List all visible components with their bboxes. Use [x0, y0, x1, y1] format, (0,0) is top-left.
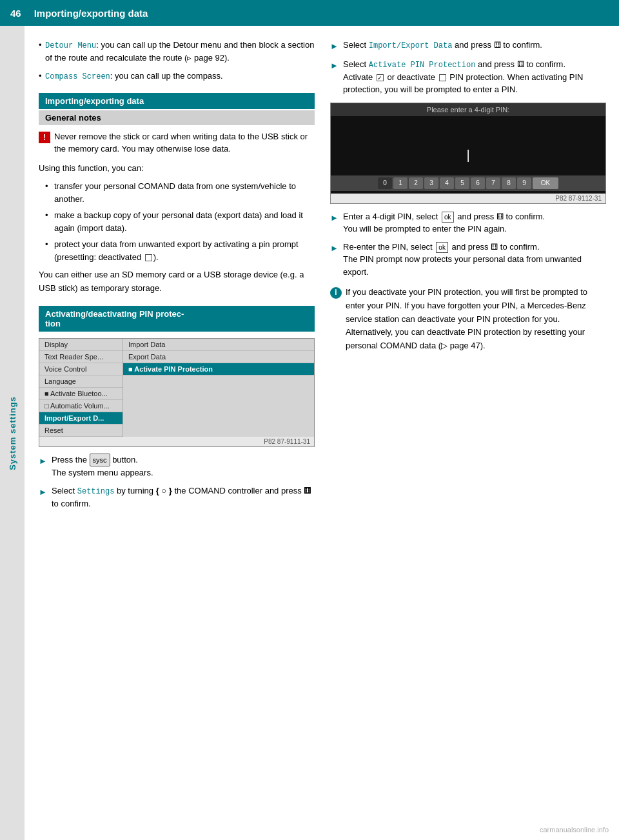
sub-bullet-transfer: transfer your personal COMAND data from … [45, 180, 315, 205]
compass-screen-label: Compass Screen [45, 72, 110, 81]
pin-screenshot-header: Please enter a 4-digit PIN: [331, 103, 605, 116]
step-select-import-export: ► Select Import/Export Data and press ⚅ … [330, 39, 606, 53]
step-activate-pin: ► Select Activate PIN Protection and pre… [330, 58, 606, 96]
settings-label: Settings [77, 487, 115, 496]
warning-block: ! Never remove the stick or card when wr… [39, 130, 315, 155]
menu-screenshot: Display Text Reader Spe... Voice Control… [39, 338, 315, 447]
arrow-icon-4: ► [330, 59, 339, 96]
controller-symbol: { ○ } [156, 486, 172, 495]
step-select-settings: ► Select Settings by turning { ○ } the C… [39, 485, 315, 510]
page-title: Importing/exporting data [34, 8, 148, 19]
menu-item-auto-volume: □ Automatic Volum... [39, 400, 123, 412]
pin-key-6: 6 [471, 177, 485, 189]
header-bar: 46 Importing/exporting data [0, 0, 619, 26]
checkbox-activate [377, 74, 384, 81]
menu-item-display: Display [39, 339, 123, 351]
pin-key-4: 4 [440, 177, 454, 189]
menu-sub-item-export: Export Data [123, 351, 314, 363]
footer-watermark: carmanualsonline.info [540, 826, 609, 834]
arrow-icon-2: ► [39, 486, 48, 510]
subsection-heading-general-notes: General notes [39, 110, 315, 125]
pin-key-7: 7 [486, 177, 500, 189]
pin-key-2: 2 [409, 177, 423, 189]
menu-item-bluetooth: ■ Activate Bluetoo... [39, 388, 123, 400]
menu-item-import-export: Import/Export D... [39, 412, 123, 425]
step-reenter-pin-text: Re-enter the PIN, select ok and press ⚅ … [343, 241, 606, 279]
bullet-compass-screen: Compass Screen: you can call up the comp… [39, 70, 315, 83]
menu-sub-container: Display Text Reader Spe... Voice Control… [39, 339, 314, 437]
menu-main-column: Display Text Reader Spe... Voice Control… [39, 339, 123, 437]
info-block: i If you deactivate your PIN protection,… [330, 286, 606, 353]
arrow-icon-6: ► [330, 242, 339, 279]
ok-box-2: ok [436, 242, 448, 253]
activating-heading: Activating/deactivating PIN protec-tion [39, 306, 315, 332]
sub-bullet-protect: protect your data from unwanted export b… [45, 238, 315, 263]
ok-box-1: ok [442, 212, 454, 223]
pin-cursor: | [466, 148, 469, 163]
intro-text: Using this function, you can: [39, 162, 315, 175]
step-enter-pin: ► Enter a 4-digit PIN, select ok and pre… [330, 210, 606, 235]
pin-screenshot: Please enter a 4-digit PIN: | 0 1 2 3 4 … [330, 103, 606, 204]
storage-text: You can either use an SD memory card or … [39, 268, 315, 295]
warning-text: Never remove the stick or card when writ… [54, 130, 315, 155]
pin-keypad: 0 1 2 3 4 5 6 7 8 9 OK [331, 175, 605, 191]
pin-screenshot-caption: P82 87-9112-31 [331, 194, 605, 203]
arrow-icon-3: ► [330, 40, 339, 53]
compass-screen-text: : you can call up the compass. [110, 71, 223, 81]
checkbox-deactivated [145, 254, 152, 261]
menu-sub-column: Import Data Export Data ■ Activate PIN P… [123, 339, 314, 437]
menu-caption: P82 87-9111-31 [39, 437, 314, 446]
step-enter-pin-text: Enter a 4-digit PIN, select ok and press… [343, 210, 545, 235]
step1-text: Press the sysc button.The system menu ap… [52, 454, 153, 479]
menu-sub-item-activate-pin: ■ Activate PIN Protection [123, 363, 314, 375]
pin-key-3: 3 [424, 177, 438, 189]
page-number: 46 [10, 8, 21, 19]
left-column: Detour Menu: you can call up the Detour … [39, 39, 315, 515]
pin-key-9: 9 [517, 177, 531, 189]
checkbox-deactivate [439, 74, 446, 81]
warning-icon: ! [39, 132, 50, 143]
menu-item-text-reader: Text Reader Spe... [39, 351, 123, 363]
step-import-export-text: Select Import/Export Data and press ⚅ to… [343, 39, 542, 53]
info-icon: i [330, 287, 342, 299]
arrow-icon-5: ► [330, 212, 339, 235]
bullet-detour-menu: Detour Menu: you can call up the Detour … [39, 39, 315, 65]
sysc-button: sysc [90, 454, 110, 467]
pin-key-ok: OK [533, 177, 558, 189]
step-press-sysc: ► Press the sysc button.The system menu … [39, 454, 315, 479]
step-activate-pin-text: Select Activate PIN Protection and press… [343, 58, 606, 96]
step2-text: Select Settings by turning { ○ } the COM… [52, 485, 315, 510]
info-text: If you deactivate your PIN protection, y… [346, 286, 606, 353]
arrow-icon-1: ► [39, 455, 48, 479]
menu-sub-item-import: Import Data [123, 339, 314, 351]
section-heading-import-export: Importing/exporting data [39, 93, 315, 109]
menu-item-reset: Reset [39, 425, 123, 437]
sidebar-label: System settings [8, 396, 17, 470]
menu-item-language: Language [39, 375, 123, 388]
pin-screenshot-body: | 0 1 2 3 4 5 6 7 8 9 OK [331, 116, 605, 194]
right-column: ► Select Import/Export Data and press ⚅ … [330, 39, 606, 515]
main-content: Detour Menu: you can call up the Detour … [28, 26, 619, 528]
sidebar: System settings [0, 26, 25, 840]
menu-item-voice-control: Voice Control [39, 363, 123, 375]
step-reenter-pin: ► Re-enter the PIN, select ok and press … [330, 241, 606, 279]
activate-pin-label: Activate PIN Protection [369, 61, 476, 70]
pin-key-1: 1 [393, 177, 408, 189]
sub-bullet-backup: make a backup copy of your personal data… [45, 209, 315, 234]
pin-key-0: 0 [378, 177, 392, 189]
confirm-symbol-2: ⚅ [304, 486, 311, 495]
sub-bullets: transfer your personal COMAND data from … [45, 180, 315, 263]
pin-key-5: 5 [455, 177, 469, 189]
detour-menu-label: Detour Menu [45, 41, 96, 50]
pin-key-8: 8 [502, 177, 516, 189]
import-export-label: Import/Export Data [369, 41, 453, 50]
